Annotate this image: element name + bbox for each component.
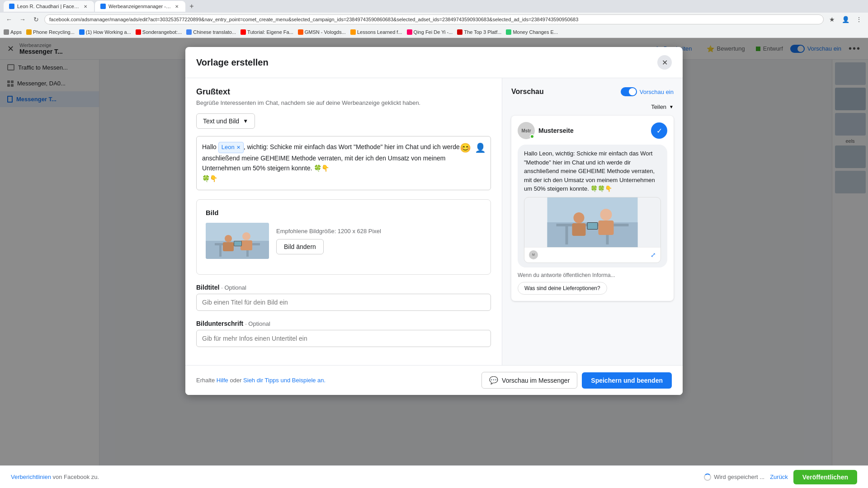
zuruck-button[interactable]: Zurück bbox=[770, 474, 788, 480]
bildunterschrift-input[interactable] bbox=[196, 330, 491, 347]
preview-toggle-switch[interactable] bbox=[621, 87, 637, 96]
bookmark-favicon bbox=[136, 29, 141, 35]
more-button[interactable]: ⋮ bbox=[854, 14, 864, 25]
chat-image-visual bbox=[524, 197, 660, 247]
section-desc: Begrüße Interessenten im Chat, nachdem s… bbox=[196, 99, 491, 106]
svg-rect-10 bbox=[234, 241, 241, 246]
chat-preview-card: Mstr Musterseite ✓ Hallo Leon, wichtig: … bbox=[511, 116, 674, 301]
bookmark-chinese[interactable]: Chinese translato... bbox=[186, 29, 236, 35]
svg-rect-19 bbox=[599, 221, 614, 235]
tab1-favicon bbox=[9, 4, 14, 9]
text-editor[interactable]: Hallo Leon ✕, wichtig: Schicke mir einfa… bbox=[196, 136, 491, 190]
svg-rect-17 bbox=[572, 223, 586, 236]
bookmark-tutorial[interactable]: Tutorial: Eigene Fa... bbox=[241, 29, 293, 35]
tipps-link[interactable]: Sieh dir Tipps und Beispiele an. bbox=[243, 377, 326, 384]
back-button[interactable]: ← bbox=[4, 14, 14, 25]
tab1-close[interactable]: ✕ bbox=[82, 3, 89, 9]
bookmark-lessons[interactable]: Lessons Learned f... bbox=[350, 29, 402, 35]
teilen-area[interactable]: Teilen ▼ bbox=[511, 103, 674, 110]
tab2-label: Werbeanzeigenmanager - We... bbox=[108, 4, 171, 9]
svg-rect-14 bbox=[566, 226, 568, 244]
svg-rect-6 bbox=[223, 242, 234, 251]
veroffentlichen-button[interactable]: Veröffentlichen bbox=[793, 470, 857, 484]
modal-header: Vorlage erstellen ✕ bbox=[185, 47, 683, 78]
footer-actions: 💬 Vorschau im Messenger Speichern und be… bbox=[481, 372, 672, 389]
bookmark-how-working[interactable]: (1) How Working a... bbox=[79, 29, 131, 35]
editor-toolbar: 😊 👤 bbox=[460, 141, 486, 155]
page-name: Musterseite bbox=[538, 127, 574, 134]
tab2-favicon bbox=[100, 4, 106, 9]
bookmark-gmsn[interactable]: GMSN - Vologds... bbox=[298, 29, 346, 35]
verified-check-button[interactable]: ✓ bbox=[651, 122, 667, 139]
chat-image-footer-logo: M bbox=[529, 250, 538, 259]
preview-toggle-label: Vorschau ein bbox=[640, 89, 674, 95]
image-illustration bbox=[206, 223, 269, 259]
suggestion-chip[interactable]: Was sind deine Lieferoptionen? bbox=[518, 282, 607, 295]
bildunterschrift-label: Bildunterschrift · Optional bbox=[196, 320, 491, 327]
speichern-beenden-button[interactable]: Speichern und beenden bbox=[582, 372, 672, 389]
browser-tabs: Leon R. Chaudhari | Facebook ✕ Werbeanze… bbox=[0, 0, 868, 13]
modal-close-button[interactable]: ✕ bbox=[657, 55, 672, 70]
werberichtlinien-link[interactable]: Verberichtlinien bbox=[11, 474, 51, 480]
chat-bubble: Hallo Leon, wichtig: Schicke mir einfach… bbox=[518, 145, 667, 267]
loading-circle bbox=[704, 474, 711, 481]
bottom-right-actions: Wird gespeichert ... Zurück Veröffentlic… bbox=[704, 470, 857, 484]
bookmark-favicon bbox=[407, 29, 412, 35]
bookmark-favicon bbox=[506, 29, 511, 35]
bookmark-money[interactable]: Money Changes E... bbox=[506, 29, 558, 35]
modal-right-panel: Vorschau Vorschau ein Teilen ▼ bbox=[502, 78, 683, 365]
bookmark-label: Tutorial: Eigene Fa... bbox=[247, 29, 293, 35]
new-tab-button[interactable]: + bbox=[186, 1, 197, 12]
image-thumbnail bbox=[206, 223, 269, 259]
tab2-close[interactable]: ✕ bbox=[174, 3, 180, 9]
mention-tag[interactable]: Leon ✕ bbox=[218, 142, 244, 153]
message-prefix: Hallo bbox=[202, 143, 218, 150]
vorschau-messenger-button[interactable]: 💬 Vorschau im Messenger bbox=[481, 372, 577, 389]
bookmark-label: Qing Fei De Yi -... bbox=[414, 29, 453, 35]
bildtitel-input[interactable] bbox=[196, 294, 491, 311]
svg-point-5 bbox=[225, 235, 232, 242]
bookmark-apps[interactable]: Apps bbox=[4, 29, 22, 35]
bookmark-label: The Top 3 Platf... bbox=[464, 29, 501, 35]
image-section: Bild bbox=[196, 199, 491, 275]
guidelines-text: Verberichtlinien von Facebook zu. bbox=[11, 474, 99, 480]
address-text: facebook.com/adsmanager/manage/ads/edit?… bbox=[49, 17, 578, 22]
chat-bottom-partial: Wenn du antworte öffentlichen Informa... bbox=[518, 272, 667, 278]
bildunterschrift-field-group: Bildunterschrift · Optional bbox=[196, 320, 491, 347]
profile-button[interactable]: 👤 bbox=[840, 14, 851, 25]
person-icon[interactable]: 👤 bbox=[475, 141, 486, 155]
chevron-down-icon: ▼ bbox=[243, 118, 248, 124]
mention-remove-icon[interactable]: ✕ bbox=[236, 144, 241, 152]
address-bar[interactable]: facebook.com/adsmanager/manage/ads/edit?… bbox=[44, 14, 824, 24]
emoji-icon[interactable]: 😊 bbox=[460, 141, 471, 155]
bookmark-label: Lessons Learned f... bbox=[357, 29, 402, 35]
browser-tab-1[interactable]: Leon R. Chaudhari | Facebook ✕ bbox=[4, 1, 94, 12]
chevron-down-icon: ▼ bbox=[669, 104, 674, 109]
bookmark-label: Sonderangebot:... bbox=[142, 29, 182, 35]
browser-chrome: Leon R. Chaudhari | Facebook ✕ Werbeanze… bbox=[0, 0, 868, 26]
bookmark-qing[interactable]: Qing Fei De Yi -... bbox=[407, 29, 453, 35]
expand-icon: ⤢ bbox=[651, 250, 656, 260]
preview-toggle-area[interactable]: Vorschau ein bbox=[621, 87, 674, 96]
bookmark-sonder[interactable]: Sonderangebot:... bbox=[136, 29, 182, 35]
modal-body: Grußtext Begrüße Interessenten im Chat, … bbox=[185, 78, 683, 365]
bild-andern-button[interactable]: Bild ändern bbox=[276, 239, 324, 254]
reload-button[interactable]: ↻ bbox=[31, 14, 42, 25]
bookmark-favicon bbox=[350, 29, 356, 35]
browser-toolbar: ← → ↻ facebook.com/adsmanager/manage/ads… bbox=[0, 13, 868, 26]
modal-left-panel: Grußtext Begrüße Interessenten im Chat, … bbox=[185, 78, 502, 365]
section-title: Grußtext bbox=[196, 87, 491, 97]
bookmark-top3[interactable]: The Top 3 Platf... bbox=[457, 29, 501, 35]
hilfe-link[interactable]: Hilfe bbox=[217, 377, 228, 384]
format-dropdown[interactable]: Text und Bild ▼ bbox=[196, 113, 255, 129]
chat-image-footer: M ⤢ bbox=[524, 247, 660, 263]
preview-title: Vorschau bbox=[511, 88, 544, 96]
bookmarks-bar: Apps Phone Recycling... (1) How Working … bbox=[0, 26, 868, 38]
modal-footer: Erhalte Hilfe oder Sieh dir Tipps und Be… bbox=[185, 365, 683, 395]
bookmark-label: Phone Recycling... bbox=[33, 29, 75, 35]
bookmark-phone[interactable]: Phone Recycling... bbox=[26, 29, 75, 35]
browser-tab-2[interactable]: Werbeanzeigenmanager - We... ✕ bbox=[95, 1, 185, 12]
bookmark-button[interactable]: ★ bbox=[826, 14, 837, 25]
check-icon: ✓ bbox=[656, 127, 662, 135]
forward-button[interactable]: → bbox=[17, 14, 28, 25]
